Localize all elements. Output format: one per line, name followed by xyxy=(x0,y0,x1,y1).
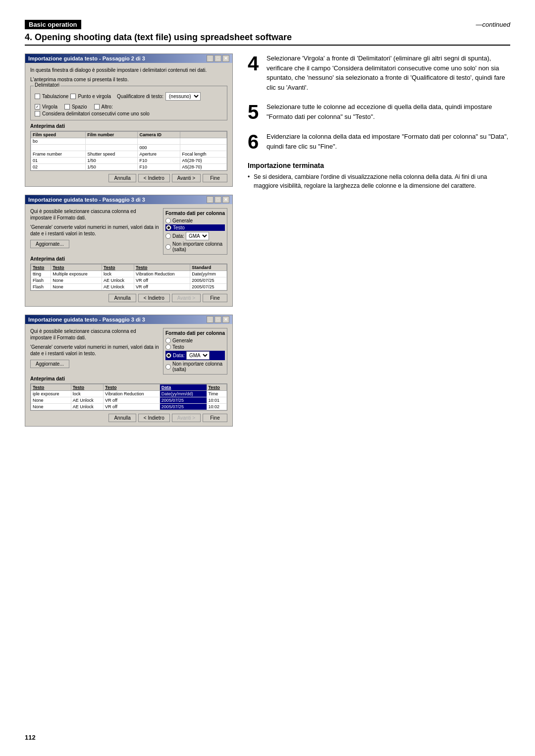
cell: None xyxy=(51,284,102,290)
annulla-btn-3[interactable]: Annulla xyxy=(108,414,136,422)
col-testo-2: Testo xyxy=(51,265,102,271)
dialog-2: Importazione guidata testo - Passaggio 3… xyxy=(25,195,233,307)
preview-table-1: Film speed Film number Camera ID bo xyxy=(31,131,227,170)
generale-radio-row-3: Generale xyxy=(165,338,225,343)
data-radio-3[interactable] xyxy=(166,353,171,358)
data-select-3[interactable]: GMA xyxy=(186,351,210,360)
cell xyxy=(86,145,138,151)
cell: iple exposure xyxy=(31,391,71,397)
checkbox-row-2: Virgola Spazio Altro: xyxy=(35,104,223,109)
preview-table-2: Testo Testo Testo Testo Standard tting xyxy=(31,264,227,290)
considera-checkbox[interactable] xyxy=(35,111,40,116)
checkbox-row-3: Considera delimitatori consecutivi come … xyxy=(35,111,223,116)
dialog-3-desc1: Qui è possibile selezionare ciascuna col… xyxy=(30,328,159,341)
table-row: 01 1/50 F10 A5(28-70) xyxy=(31,158,227,164)
dialog-1-close[interactable]: ✕ xyxy=(222,55,229,62)
cell: F10 xyxy=(138,158,180,164)
testo-radio-row-3: Testo xyxy=(165,344,225,350)
dialog-1-titlebar: Importazione guidata testo - Passaggio 2… xyxy=(25,54,232,63)
step-6-block: 6 Evidenziare la colonna della data ed i… xyxy=(248,132,510,152)
fine-btn-3[interactable]: Fine xyxy=(203,414,227,422)
indietro-btn-1[interactable]: < Indietro xyxy=(138,174,170,182)
dialog-2-maximize[interactable]: □ xyxy=(214,196,221,203)
dialog-1-maximize[interactable]: □ xyxy=(214,55,221,62)
non-importare-label-3: Non importare colonna (salta) xyxy=(172,361,225,372)
cell: 1/50 xyxy=(86,164,138,170)
annulla-btn-1[interactable]: Annulla xyxy=(108,174,136,182)
table-row: bo xyxy=(31,138,227,145)
data-label-3: Data: xyxy=(173,353,185,358)
cell xyxy=(31,145,86,151)
delimitatori-group: Delimitatori Tabulazione Punto e virgola… xyxy=(30,86,227,120)
cell: Aperture xyxy=(138,151,180,158)
generale-radio[interactable] xyxy=(165,218,171,223)
table-row: iple exposure lock Vibration Reduction D… xyxy=(31,391,227,397)
virgola-checkbox[interactable] xyxy=(35,104,40,109)
generale-radio-3[interactable] xyxy=(165,338,171,343)
step-5-number: 5 xyxy=(248,102,262,122)
dialog-2-minimize[interactable]: _ xyxy=(207,196,214,203)
altro-checkbox[interactable] xyxy=(94,104,100,109)
avanti-btn-2[interactable]: Avanti > xyxy=(172,294,201,302)
preview-table-3: Testo Testo Testo Data Testo iple exposu… xyxy=(31,384,227,410)
cell: AE Unlock xyxy=(71,404,103,410)
dialog-2-titlebar: Importazione guidata testo - Passaggio 3… xyxy=(25,195,232,204)
col-film-number: Film number xyxy=(86,132,138,138)
indietro-btn-3[interactable]: < Indietro xyxy=(138,414,170,422)
col-data-d3: Data xyxy=(160,384,207,391)
fine-btn-1[interactable]: Fine xyxy=(203,174,227,182)
spazio-checkbox[interactable] xyxy=(64,104,70,109)
step-6-text: Evidenziare la colonna della data ed imp… xyxy=(267,132,510,152)
col-standard: Standard xyxy=(190,265,227,271)
preview-area-1: Film speed Film number Camera ID bo xyxy=(30,131,227,171)
fine-btn-2[interactable]: Fine xyxy=(203,294,227,302)
annulla-btn-2[interactable]: Annulla xyxy=(108,294,136,302)
table-row: None AE Unlock VR off 2005/07/25 10:01 xyxy=(31,397,227,404)
non-importare-label-2: Non importare colonna (salta) xyxy=(172,241,225,252)
generale-label-3: Generale xyxy=(172,338,193,343)
dialog-3-minimize[interactable]: _ xyxy=(207,316,214,323)
dialog-2-close[interactable]: ✕ xyxy=(222,196,229,203)
cell xyxy=(138,138,180,145)
checkbox-row-1: Tabulazione Punto e virgola Qualificator… xyxy=(35,92,201,101)
dialog-1-minimize[interactable]: _ xyxy=(207,55,214,62)
cell: 02 xyxy=(31,164,86,170)
formato-panel-3: Formato dati per colonna Generale Testo xyxy=(163,328,227,375)
dialog-3-close[interactable]: ✕ xyxy=(222,316,229,323)
dialog-2-titlebar-buttons: _ □ ✕ xyxy=(207,196,229,203)
non-importare-radio-3[interactable] xyxy=(165,364,171,370)
punto-virgola-checkbox[interactable] xyxy=(70,94,76,99)
indietro-btn-2[interactable]: < Indietro xyxy=(138,294,170,302)
data-select-2[interactable]: GMA xyxy=(186,232,209,240)
generale-radio-row: Generale xyxy=(165,218,225,223)
tabulazione-checkbox[interactable] xyxy=(35,94,40,99)
dialog-3-titlebar-buttons: _ □ ✕ xyxy=(207,316,229,323)
testo-label-3: Testo xyxy=(172,344,184,350)
aggiornate-btn-3[interactable]: Aggiornate... xyxy=(30,360,69,368)
step-4-number: 4 xyxy=(248,54,262,92)
formato-panel-2: Formato dati per colonna Generale Testo xyxy=(163,208,227,255)
avanti-btn-3[interactable]: Avanti > xyxy=(172,414,201,422)
dialog-3-maximize[interactable]: □ xyxy=(214,316,221,323)
cell: 2005/07/25 xyxy=(160,404,207,410)
virgola-label: Virgola xyxy=(42,104,57,109)
anteprima-label-2: Anteprima dati xyxy=(30,256,227,262)
testo-radio-3[interactable] xyxy=(165,344,171,350)
step-5-text: Selezionare tutte le colonne ad eccezion… xyxy=(267,102,510,122)
qualifier-select[interactable]: (nessuno) xyxy=(165,92,201,101)
dialog-1-title: Importazione guidata testo - Passaggio 2… xyxy=(28,55,145,61)
testo-radio[interactable] xyxy=(166,225,171,230)
anteprima-label-1: Anteprima dati xyxy=(30,123,227,129)
non-importare-radio-2[interactable] xyxy=(165,244,171,250)
section-title: 4. Opening shooting data (text file) usi… xyxy=(25,32,510,46)
data-radio-2[interactable] xyxy=(165,233,171,239)
dialog-2-left: Qui è possibile selezionare ciascuna col… xyxy=(30,208,159,255)
cell: 000 xyxy=(138,145,180,151)
dialog-3-title: Importazione guidata testo - Passaggio 3… xyxy=(28,317,145,323)
avanti-btn-1[interactable]: Avanti > xyxy=(172,174,201,182)
aggiornate-btn[interactable]: Aggiornate... xyxy=(30,240,69,248)
col-camera-id: Camera ID xyxy=(138,132,180,138)
dialog-3-left: Qui è possibile selezionare ciascuna col… xyxy=(30,328,159,375)
cell: Flash xyxy=(31,277,51,284)
aggiornate-container-3: Aggiornate... xyxy=(30,360,159,368)
